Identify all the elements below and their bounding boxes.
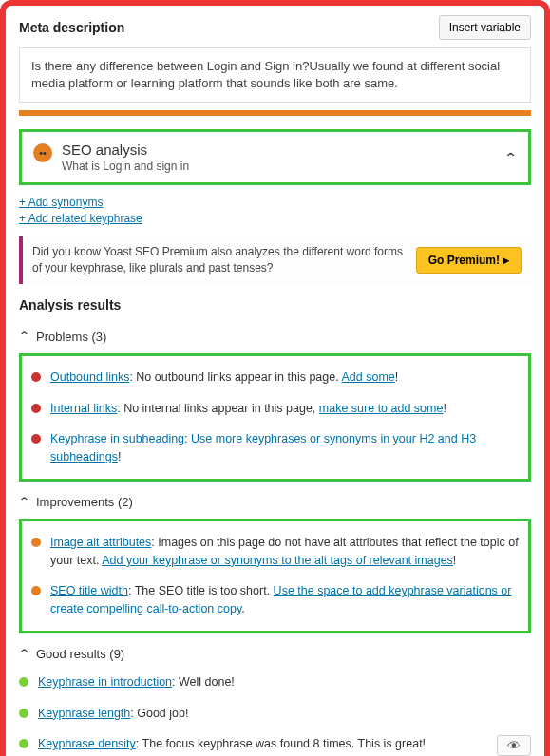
item-title-link[interactable]: Keyphrase in introduction <box>38 675 172 689</box>
green-dot-icon <box>19 677 28 687</box>
chevron-up-icon: ⌃ <box>18 495 30 508</box>
neutral-face-icon: •• <box>33 143 52 162</box>
meta-header: Meta description Insert variable <box>19 15 531 40</box>
seo-header: •• SEO analysis What is Login and sign i… <box>33 142 517 173</box>
keyphrase-links: + Add synonyms + Add related keyphrase <box>19 195 531 225</box>
improvements-box: Image alt attributes: Images on this pag… <box>19 519 531 633</box>
good-results-list: Keyphrase in introduction: Well done! Ke… <box>19 667 531 756</box>
seo-analysis-title: SEO analysis <box>62 142 189 158</box>
analysis-item: SEO title width: The SEO title is too sh… <box>31 576 519 625</box>
orange-dot-icon <box>31 586 41 595</box>
add-related-keyphrase-link[interactable]: + Add related keyphrase <box>19 212 142 225</box>
category-problems[interactable]: ⌃ Problems (3) <box>19 324 531 350</box>
analysis-item: Keyphrase in introduction: Well done! <box>19 667 531 698</box>
seo-panel: Meta description Insert variable Is ther… <box>0 0 550 756</box>
meta-title: Meta description <box>19 20 124 35</box>
category-label: Good results (9) <box>36 647 124 661</box>
chevron-up-icon[interactable]: ⌃ <box>503 150 519 165</box>
item-title-link[interactable]: Keyphrase in subheading <box>50 432 184 445</box>
caret-right-icon: ▸ <box>503 254 509 267</box>
analysis-item: Keyphrase in subheading: Use more keyphr… <box>31 424 519 473</box>
item-title-link[interactable]: Internal links <box>50 402 117 415</box>
red-dot-icon <box>31 434 41 444</box>
analysis-item: Internal links: No internal links appear… <box>31 393 519 425</box>
meta-description-textarea[interactable]: Is there any difference between Login an… <box>19 47 531 103</box>
green-dot-icon <box>19 709 28 718</box>
item-title-link[interactable]: Outbound links <box>50 370 129 384</box>
eye-icon: 👁 <box>507 736 521 756</box>
analysis-item: Outbound links: No outbound links appear… <box>31 362 519 393</box>
chevron-up-icon: ⌃ <box>18 330 30 343</box>
item-title-link[interactable]: Keyphrase density <box>38 737 136 750</box>
analysis-item: Keyphrase density: The focus keyphrase w… <box>19 728 531 756</box>
category-good[interactable]: ⌃ Good results (9) <box>19 641 531 667</box>
premium-text: Did you know Yoast SEO Premium also anal… <box>32 244 407 276</box>
category-label: Problems (3) <box>36 330 106 344</box>
seo-analysis-box[interactable]: •• SEO analysis What is Login and sign i… <box>19 129 531 185</box>
green-dot-icon <box>19 739 28 748</box>
chevron-up-icon: ⌃ <box>18 647 30 660</box>
red-dot-icon <box>31 404 41 413</box>
category-improvements[interactable]: ⌃ Improvements (2) <box>19 489 531 515</box>
item-action-link[interactable]: Add some <box>341 370 394 384</box>
seo-keyphrase: What is Login and sign in <box>62 160 189 173</box>
item-action-link[interactable]: Add your keyphrase or synonyms to the al… <box>102 554 453 567</box>
analysis-results-heading: Analysis results <box>19 297 531 312</box>
add-synonyms-link[interactable]: + Add synonyms <box>19 196 103 209</box>
go-premium-button[interactable]: Go Premium!▸ <box>416 247 522 274</box>
item-title-link[interactable]: Keyphrase length <box>38 707 130 720</box>
item-title-link[interactable]: SEO title width <box>50 584 128 597</box>
premium-upsell: Did you know Yoast SEO Premium also anal… <box>19 236 531 284</box>
item-action-link[interactable]: make sure to add some <box>319 402 444 415</box>
insert-variable-button[interactable]: Insert variable <box>439 15 531 40</box>
meta-progress-bar <box>19 110 531 116</box>
mark-toggle-button[interactable]: 👁 <box>497 735 531 756</box>
red-dot-icon <box>31 372 41 382</box>
category-label: Improvements (2) <box>36 495 133 509</box>
orange-dot-icon <box>31 538 41 547</box>
analysis-item: Keyphrase length: Good job! <box>19 698 531 729</box>
analysis-item: Image alt attributes: Images on this pag… <box>31 527 519 576</box>
problems-box: Outbound links: No outbound links appear… <box>19 353 531 482</box>
item-title-link[interactable]: Image alt attributes <box>50 536 151 549</box>
